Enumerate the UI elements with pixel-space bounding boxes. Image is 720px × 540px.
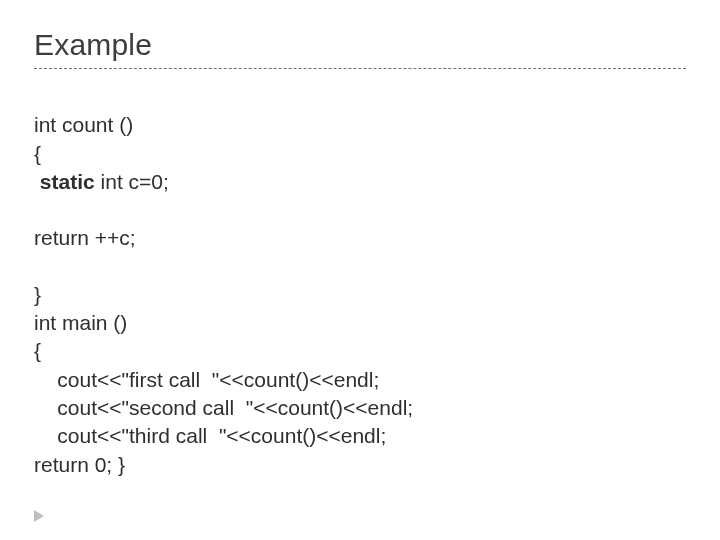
code-line: cout<<"first call "<<count()<<endl; xyxy=(34,368,379,391)
code-line: return 0; } xyxy=(34,453,125,476)
code-line: cout<<"second call "<<count()<<endl; xyxy=(34,396,413,419)
code-line: return ++c; xyxy=(34,226,136,249)
code-text: int c=0; xyxy=(95,170,169,193)
code-line: cout<<"third call "<<count()<<endl; xyxy=(34,424,386,447)
code-line: } xyxy=(34,283,41,306)
keyword-static: static xyxy=(40,170,95,193)
title-block: Example xyxy=(34,28,686,69)
code-line: static int c=0; xyxy=(34,170,169,193)
code-line: int count () xyxy=(34,113,133,136)
code-line: { xyxy=(34,339,41,362)
slide-title: Example xyxy=(34,28,686,62)
slide: Example int count () { static int c=0; r… xyxy=(0,0,720,540)
play-icon xyxy=(34,510,44,522)
blank-line xyxy=(34,196,686,224)
code-block: int count () { static int c=0; return ++… xyxy=(34,83,686,507)
code-line: int main () xyxy=(34,311,127,334)
code-line: { xyxy=(34,142,41,165)
blank-line xyxy=(34,253,686,281)
